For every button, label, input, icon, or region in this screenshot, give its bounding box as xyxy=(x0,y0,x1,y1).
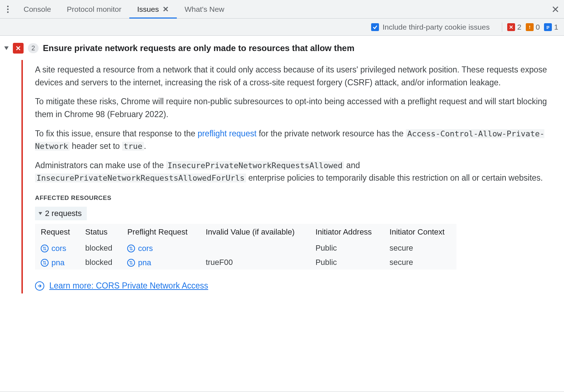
issue-header[interactable]: 2 Ensure private network requests are on… xyxy=(4,43,555,54)
issues-panel[interactable]: 2 Ensure private network requests are on… xyxy=(0,36,564,392)
warning-count[interactable]: 0 xyxy=(526,23,540,31)
code-policy-2: InsecurePrivateNetworkRequestsAllowedFor… xyxy=(35,174,246,182)
divider xyxy=(502,22,502,32)
error-icon xyxy=(507,23,515,31)
tab-whats-new[interactable]: What's New xyxy=(177,0,232,18)
col-addr: Initiator Address xyxy=(310,224,384,241)
code-true: true xyxy=(122,142,144,151)
svg-point-0 xyxy=(7,5,9,7)
svg-rect-11 xyxy=(546,28,548,29)
table-header-row: Request Status Preflight Request Invalid… xyxy=(35,224,456,241)
preflight-request-link[interactable]: preflight request xyxy=(198,129,256,138)
more-tabs-button[interactable] xyxy=(0,0,16,18)
disclosure-triangle-icon xyxy=(39,212,42,215)
issue-description-3: To fix this issue, ensure that response … xyxy=(35,127,555,153)
svg-point-1 xyxy=(7,8,9,10)
request-icon: ⇅ xyxy=(41,245,49,252)
col-invalid: Invalid Value (if available) xyxy=(200,224,310,241)
issues-toolbar: Include third-party cookie issues 2 0 1 xyxy=(0,19,564,36)
addr-cell: Public xyxy=(310,255,384,270)
table-row: ⇅pna blocked ⇅pna trueF00 Public secure xyxy=(35,255,456,270)
tab-issues[interactable]: Issues ✕ xyxy=(129,0,177,18)
status-cell: blocked xyxy=(80,241,122,255)
invalid-cell: trueF00 xyxy=(200,255,310,270)
arrow-right-circle-icon xyxy=(35,281,44,291)
disclosure-triangle-icon xyxy=(4,46,9,50)
svg-rect-10 xyxy=(546,27,549,28)
issue-item: 2 Ensure private network requests are on… xyxy=(4,43,555,293)
issue-body: A site requested a resource from a netwo… xyxy=(21,60,555,293)
svg-rect-9 xyxy=(546,26,549,27)
col-ctx: Initiator Context xyxy=(384,224,456,241)
issue-description-2: To mitigate these risks, Chrome will req… xyxy=(35,95,555,121)
issue-description-4: Administrators can make use of the Insec… xyxy=(35,159,555,185)
issue-title: Ensure private network requests are only… xyxy=(43,43,354,53)
svg-rect-7 xyxy=(529,26,530,27)
code-policy-1: InsecurePrivateNetworkRequestsAllowed xyxy=(166,161,344,170)
addr-cell: Public xyxy=(310,241,384,255)
preflight-link[interactable]: ⇅pna xyxy=(127,258,151,267)
request-icon: ⇅ xyxy=(127,245,135,252)
issue-counts: 2 0 1 xyxy=(507,23,558,31)
issue-count-pill: 2 xyxy=(28,43,39,53)
invalid-cell xyxy=(200,241,310,255)
col-preflight: Preflight Request xyxy=(121,224,200,241)
svg-point-2 xyxy=(7,11,9,12)
include-third-party-checkbox[interactable]: Include third-party cookie issues xyxy=(371,23,490,31)
requests-table: Request Status Preflight Request Invalid… xyxy=(35,224,456,270)
error-count[interactable]: 2 xyxy=(507,23,521,31)
learn-more-row: Learn more: CORS Private Network Access xyxy=(35,281,555,291)
col-request: Request xyxy=(35,224,80,241)
ctx-cell: secure xyxy=(384,255,456,270)
tab-protocol-monitor[interactable]: Protocol monitor xyxy=(59,0,129,18)
ctx-cell: secure xyxy=(384,241,456,255)
col-status: Status xyxy=(80,224,122,241)
affected-resources-label: AFFECTED RESOURCES xyxy=(35,195,555,202)
request-link[interactable]: ⇅cors xyxy=(41,244,66,253)
request-icon: ⇅ xyxy=(127,259,135,267)
request-icon: ⇅ xyxy=(41,259,49,267)
close-icon[interactable]: ✕ xyxy=(163,5,169,14)
preflight-link[interactable]: ⇅cors xyxy=(127,244,153,253)
info-count[interactable]: 1 xyxy=(544,23,558,31)
close-panel-button[interactable] xyxy=(547,0,564,18)
error-icon xyxy=(13,43,24,54)
issue-description-1: A site requested a resource from a netwo… xyxy=(35,64,555,89)
info-icon xyxy=(544,23,552,31)
learn-more-link[interactable]: Learn more: CORS Private Network Access xyxy=(49,281,208,291)
table-row: ⇅cors blocked ⇅cors Public secure xyxy=(35,241,456,255)
checkbox-checked-icon xyxy=(371,23,379,31)
tab-console[interactable]: Console xyxy=(16,0,59,18)
status-cell: blocked xyxy=(80,255,122,270)
warning-icon xyxy=(526,23,534,31)
requests-toggle[interactable]: 2 requests xyxy=(35,207,87,220)
request-link[interactable]: ⇅pna xyxy=(41,258,65,267)
svg-rect-8 xyxy=(529,28,530,29)
tab-bar: Console Protocol monitor Issues ✕ What's… xyxy=(0,0,564,19)
